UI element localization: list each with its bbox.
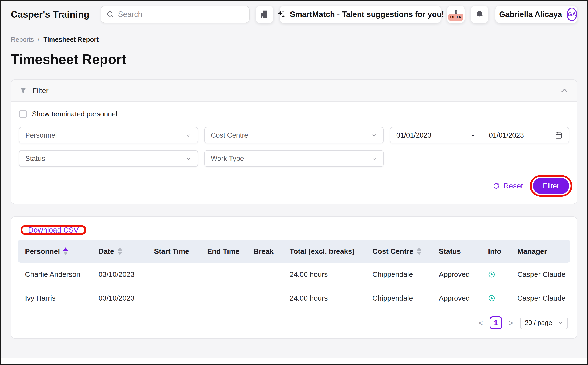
- column-header-status: Status: [432, 247, 481, 255]
- user-menu[interactable]: Gabriella Alicaya GA: [495, 6, 577, 23]
- chevron-up-icon[interactable]: [560, 86, 569, 95]
- avatar: GA: [567, 8, 577, 21]
- user-name: Gabriella Alicaya: [499, 10, 562, 19]
- filter-body: Show terminated personnel Personnel Cost…: [11, 102, 577, 204]
- column-header-end-time: End Time: [200, 247, 247, 255]
- cell-total: 24.00 hours: [283, 294, 365, 302]
- reset-label: Reset: [504, 182, 523, 190]
- status-select[interactable]: Status: [19, 150, 198, 167]
- cell-date: 03/10/2023: [91, 270, 147, 279]
- clock-icon[interactable]: [488, 271, 510, 278]
- sort-icon[interactable]: [417, 247, 421, 255]
- cell-status: Approved: [432, 294, 481, 302]
- cell-info: [481, 295, 510, 302]
- work-type-select[interactable]: Work Type: [204, 150, 384, 167]
- page-size-select[interactable]: 20 / page: [520, 317, 568, 329]
- cell-status: Approved: [432, 270, 481, 279]
- cell-cost-centre: Chippendale: [365, 294, 432, 302]
- cost-centre-select-value: Cost Centre: [211, 131, 248, 139]
- status-select-value: Status: [25, 154, 45, 162]
- pagination-page-1[interactable]: 1: [490, 316, 502, 329]
- search-box[interactable]: [101, 6, 250, 23]
- cell-cost-centre: Chippendale: [365, 270, 432, 279]
- breadcrumb-reports-link[interactable]: Reports: [11, 36, 34, 43]
- table-row: Ivy Harris 03/10/2023 24.00 hours Chippe…: [18, 286, 570, 310]
- date-to-value[interactable]: 01/01/2023: [489, 131, 524, 139]
- cell-total: 24.00 hours: [283, 270, 365, 279]
- chevron-down-icon: [371, 132, 377, 138]
- filter-title: Filter: [32, 86, 49, 95]
- page-size-value: 20 / page: [525, 319, 552, 327]
- bottom-strip: [1, 358, 587, 364]
- show-terminated-label: Show terminated personnel: [32, 110, 117, 118]
- report-panel: Download CSV Personnel Date Start Time E…: [11, 216, 577, 338]
- date-from-value[interactable]: 01/01/2023: [396, 131, 431, 139]
- column-header-break: Break: [247, 247, 283, 255]
- show-terminated-checkbox[interactable]: [19, 110, 27, 118]
- breadcrumb: Reports / Timesheet Report: [11, 36, 577, 43]
- chevron-down-icon: [185, 155, 192, 162]
- beta-badge: BETA: [448, 14, 463, 21]
- cost-centre-select[interactable]: Cost Centre: [204, 127, 384, 143]
- column-header-manager: Manager: [510, 247, 570, 255]
- cell-info: [481, 271, 510, 278]
- funnel-icon: [19, 87, 27, 94]
- breadcrumb-current: Timesheet Report: [43, 36, 99, 43]
- brand-title: Casper's Training: [11, 9, 90, 20]
- calendar-icon[interactable]: [555, 131, 563, 139]
- topbar: Casper's Training SmartMatch - Talent su…: [1, 1, 587, 27]
- search-icon: [107, 11, 114, 18]
- pagination-next-button[interactable]: >: [508, 319, 515, 327]
- column-header-cost-centre[interactable]: Cost Centre: [365, 247, 432, 255]
- date-range-separator: -: [472, 131, 474, 139]
- chevron-down-icon: [185, 132, 192, 138]
- clock-icon[interactable]: [488, 295, 510, 302]
- column-header-date[interactable]: Date: [91, 247, 147, 255]
- table-row: Charlie Anderson 03/10/2023 24.00 hours …: [18, 263, 570, 286]
- work-type-select-value: Work Type: [211, 154, 244, 162]
- page-title: Timesheet Report: [11, 51, 577, 67]
- cell-date: 03/10/2023: [91, 294, 147, 302]
- beta-labs-button[interactable]: BETA: [447, 6, 465, 23]
- show-terminated-row[interactable]: Show terminated personnel: [19, 110, 569, 118]
- notifications-button[interactable]: [471, 6, 488, 23]
- table-header-row: Personnel Date Start Time End Time Break…: [18, 240, 570, 263]
- breadcrumb-separator: /: [38, 36, 40, 43]
- chevron-down-icon: [558, 320, 563, 326]
- filter-panel-header: Filter: [11, 80, 577, 102]
- reset-button[interactable]: Reset: [493, 182, 523, 190]
- column-header-start-time: Start Time: [147, 247, 200, 255]
- cell-manager: Casper Claude: [510, 294, 570, 302]
- smartmatch-button[interactable]: SmartMatch - Talent suggestions for you!: [280, 6, 441, 23]
- cell-personnel: Charlie Anderson: [18, 270, 91, 279]
- personnel-select-value: Personnel: [25, 131, 57, 139]
- smartmatch-label: SmartMatch - Talent suggestions for you!: [290, 10, 444, 19]
- organisation-button[interactable]: [256, 6, 273, 23]
- search-input[interactable]: [118, 10, 244, 19]
- sort-icon[interactable]: [63, 247, 68, 255]
- filter-button[interactable]: Filter: [533, 178, 569, 194]
- download-csv-button[interactable]: Download CSV: [23, 222, 84, 237]
- pagination-prev-button[interactable]: <: [477, 319, 484, 327]
- pagination: < 1 > 20 / page: [18, 316, 568, 329]
- cell-manager: Casper Claude: [510, 270, 570, 279]
- column-header-personnel[interactable]: Personnel: [18, 247, 91, 255]
- column-header-info: Info: [481, 247, 510, 255]
- bell-icon: [475, 10, 484, 19]
- personnel-select[interactable]: Personnel: [19, 127, 198, 143]
- sparkles-icon: [276, 10, 286, 19]
- refresh-icon: [493, 182, 500, 190]
- building-icon: [260, 10, 269, 19]
- filter-panel: Filter Show terminated personnel Personn…: [11, 79, 577, 204]
- cell-personnel: Ivy Harris: [18, 294, 91, 302]
- sort-icon[interactable]: [117, 247, 122, 255]
- date-range-input[interactable]: 01/01/2023 - 01/01/2023: [390, 127, 569, 143]
- column-header-total: Total (excl. breaks): [283, 247, 365, 255]
- chevron-down-icon: [371, 155, 377, 162]
